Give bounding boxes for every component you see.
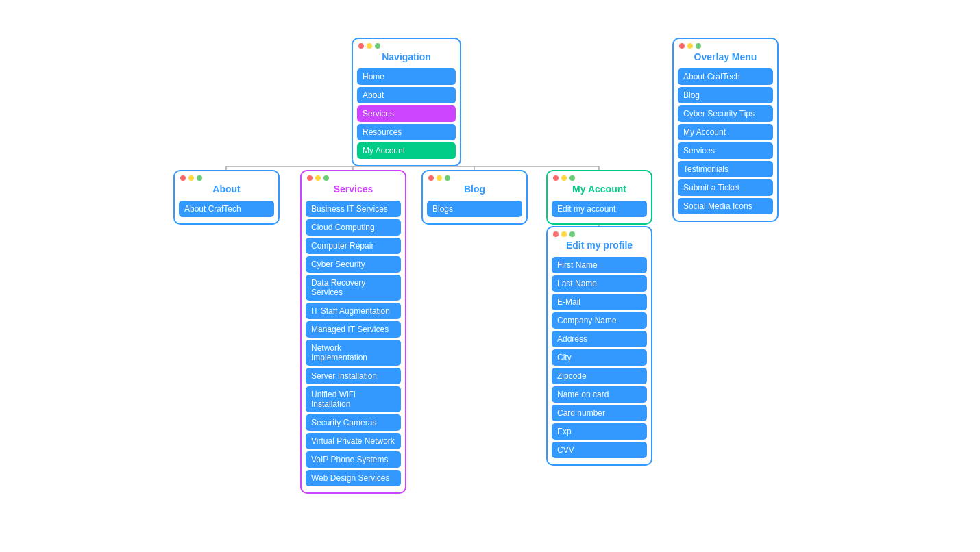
profile-item-7[interactable]: Name on card xyxy=(552,386,647,403)
blog-card: Blog Blogs xyxy=(421,170,528,225)
overlay-card: Overlay Menu About CrafTech Blog Cyber S… xyxy=(672,38,779,222)
blog-title: Blog xyxy=(423,182,526,199)
nav-item-myaccount[interactable]: My Account xyxy=(357,142,456,159)
navigation-card: Navigation Home About Services Resources… xyxy=(352,38,461,166)
profile-item-10[interactable]: CVV xyxy=(552,442,647,458)
dot-red xyxy=(553,175,559,181)
dot-yellow xyxy=(687,43,693,49)
dot-yellow xyxy=(561,231,567,237)
services-item-10[interactable]: Security Cameras xyxy=(306,414,401,431)
profile-item-1[interactable]: Last Name xyxy=(552,275,647,292)
dot-green xyxy=(445,175,450,181)
dot-yellow xyxy=(437,175,442,181)
editprofile-card: Edit my profile First Name Last Name E-M… xyxy=(546,226,652,466)
services-item-6[interactable]: Managed IT Services xyxy=(306,321,401,338)
dot-yellow xyxy=(561,175,567,181)
dot-green xyxy=(696,43,701,49)
dot-yellow xyxy=(367,43,372,49)
about-dots xyxy=(175,171,278,182)
dot-green xyxy=(569,175,575,181)
nav-item-about[interactable]: About xyxy=(357,87,456,103)
services-item-0[interactable]: Business IT Services xyxy=(306,201,401,217)
connection-lines xyxy=(0,0,980,552)
myaccount-card: My Account Edit my account xyxy=(546,170,652,225)
dot-green xyxy=(323,175,329,181)
editprofile-title: Edit my profile xyxy=(548,238,651,255)
services-item-2[interactable]: Computer Repair xyxy=(306,238,401,254)
myaccount-title: My Account xyxy=(548,182,651,199)
services-item-7[interactable]: Network Implementation xyxy=(306,340,401,366)
overlay-item-5[interactable]: Testimonials xyxy=(678,161,773,177)
services-item-1[interactable]: Cloud Computing xyxy=(306,219,401,236)
overlay-item-1[interactable]: Blog xyxy=(678,87,773,103)
editprofile-dots xyxy=(548,227,651,238)
dot-green xyxy=(569,231,575,237)
services-item-9[interactable]: Unified WiFi Installation xyxy=(306,386,401,412)
about-item-craftec[interactable]: About CrafTech xyxy=(179,201,274,217)
overlay-item-7[interactable]: Social Media Icons xyxy=(678,198,773,214)
dot-yellow xyxy=(315,175,321,181)
about-card: About About CrafTech xyxy=(173,170,280,225)
profile-item-2[interactable]: E-Mail xyxy=(552,294,647,310)
about-title: About xyxy=(175,182,278,199)
nav-title: Navigation xyxy=(353,50,460,66)
overlay-title: Overlay Menu xyxy=(674,50,777,66)
profile-item-9[interactable]: Exp xyxy=(552,423,647,440)
services-item-13[interactable]: Web Design Services xyxy=(306,470,401,486)
services-item-8[interactable]: Server Installation xyxy=(306,368,401,384)
dot-red xyxy=(307,175,313,181)
dot-red xyxy=(180,175,186,181)
services-title: Services xyxy=(302,182,405,199)
nav-item-resources[interactable]: Resources xyxy=(357,124,456,140)
nav-dots xyxy=(353,39,460,50)
profile-item-5[interactable]: City xyxy=(552,349,647,366)
dot-yellow xyxy=(188,175,194,181)
services-item-3[interactable]: Cyber Security xyxy=(306,256,401,273)
services-item-5[interactable]: IT Staff Augmentation xyxy=(306,303,401,319)
profile-item-0[interactable]: First Name xyxy=(552,257,647,273)
overlay-item-3[interactable]: My Account xyxy=(678,124,773,140)
dot-green xyxy=(197,175,202,181)
myaccount-dots xyxy=(548,171,651,182)
overlay-dots xyxy=(674,39,777,50)
services-item-12[interactable]: VoIP Phone Systems xyxy=(306,451,401,468)
myaccount-item-edit[interactable]: Edit my account xyxy=(552,201,647,217)
overlay-item-2[interactable]: Cyber Security Tips xyxy=(678,105,773,122)
services-dots xyxy=(302,171,405,182)
blog-dots xyxy=(423,171,526,182)
dot-red xyxy=(679,43,685,49)
profile-item-8[interactable]: Card number xyxy=(552,405,647,421)
services-item-4[interactable]: Data Recovery Services xyxy=(306,275,401,301)
profile-item-4[interactable]: Address xyxy=(552,331,647,347)
services-item-11[interactable]: Virtual Private Network xyxy=(306,433,401,449)
overlay-item-6[interactable]: Submit a Ticket xyxy=(678,179,773,196)
services-card: Services Business IT Services Cloud Comp… xyxy=(300,170,406,494)
dot-green xyxy=(375,43,380,49)
nav-item-services[interactable]: Services xyxy=(357,105,456,122)
profile-item-6[interactable]: Zipcode xyxy=(552,368,647,384)
dot-red xyxy=(553,231,559,237)
blog-item-blogs[interactable]: Blogs xyxy=(427,201,522,217)
profile-item-3[interactable]: Company Name xyxy=(552,312,647,329)
diagram-container: Navigation Home About Services Resources… xyxy=(0,0,980,552)
nav-item-home[interactable]: Home xyxy=(357,68,456,85)
dot-red xyxy=(358,43,364,49)
overlay-item-0[interactable]: About CrafTech xyxy=(678,68,773,85)
overlay-item-4[interactable]: Services xyxy=(678,142,773,159)
dot-red xyxy=(428,175,434,181)
